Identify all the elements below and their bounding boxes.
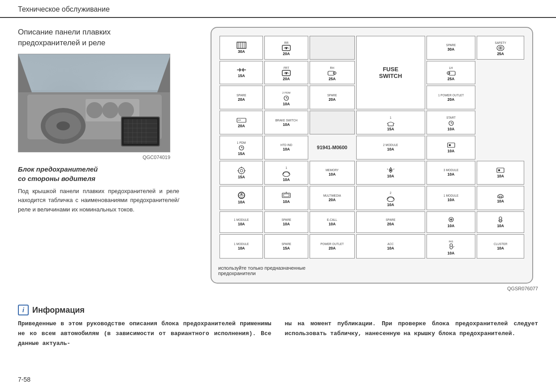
page-number: 7-58 — [18, 376, 30, 383]
right-column: 30A RR 20A FUSE SWITCH — [211, 27, 538, 291]
car-image — [18, 54, 170, 152]
fuse-cell: SAFETY 25A — [477, 36, 524, 60]
svg-point-4 — [56, 121, 70, 130]
fuse-cell: 1 10A — [427, 211, 476, 233]
svg-point-35 — [285, 73, 287, 74]
svg-rect-60 — [497, 168, 504, 172]
fuse-cell: MULTIMEDIA 20A — [310, 186, 355, 210]
fuse-cell-htd-ind: HTD IND 10A — [264, 136, 308, 159]
fuse-cell: SPARE 15A — [264, 234, 308, 258]
fuse-row-4: 20A BRAKE SWITCH 10A 1 — [220, 111, 524, 134]
fuse-cell: 10A — [477, 161, 524, 185]
fuse-cell: BRAKE SWITCH 10A — [264, 111, 308, 134]
fuse-cell: INS 10A — [427, 234, 476, 258]
svg-rect-13 — [124, 119, 157, 144]
box-title: Блок предохранителей со стороны водителя — [18, 164, 197, 183]
svg-point-73 — [499, 217, 502, 220]
svg-point-33 — [500, 47, 501, 49]
fuse-switch-cell: FUSE SWITCH — [356, 36, 425, 109]
header-title: Техническое обслуживание — [18, 5, 110, 13]
svg-point-43 — [240, 120, 241, 121]
fuse-cell: 30A — [220, 36, 263, 60]
description-text: Под крышкой панели плавких предохранител… — [18, 187, 179, 215]
fuse-cell-empty-2 — [310, 111, 355, 134]
fuse-cell: 2 PDM 10A — [264, 86, 308, 109]
info-text-right: ны на момент публикации. При проверке бл… — [285, 319, 539, 349]
fuse-note: используйте только предназначенные предо… — [218, 263, 526, 276]
svg-line-58 — [387, 169, 388, 169]
svg-point-54 — [240, 169, 243, 172]
fuse-row-5: 1 PDM 15A HTD IND 10A 91941-M0600 — [220, 136, 524, 159]
info-icon: i — [18, 305, 29, 315]
svg-point-59 — [390, 169, 392, 171]
fuse-cell: 2 10A — [356, 186, 425, 210]
section-title: Описание панели плавких предохранителей … — [18, 27, 197, 48]
car-interior-svg — [18, 54, 170, 152]
svg-line-76 — [453, 246, 454, 247]
car-image-code: QGC074019 — [18, 155, 170, 160]
fuse-cell: 10A — [427, 136, 476, 159]
info-title: Информация — [32, 306, 85, 315]
fuse-cell: RH 25A — [310, 61, 355, 85]
part-number: 91941-M0600 — [310, 136, 355, 159]
fuse-cell: 1 10A — [264, 161, 308, 185]
svg-point-7 — [102, 102, 118, 118]
fuse-cell: 1 MODULE 10A — [427, 186, 476, 210]
svg-point-37 — [333, 72, 336, 74]
fuse-cell: POWER OUTLET 20A — [310, 234, 355, 258]
fuse-row-6: 15A 1 10A MEMORY — [220, 161, 524, 185]
svg-point-6 — [86, 102, 103, 118]
fuse-cell: LH 25A — [427, 61, 476, 85]
info-section: i Информация Приведенные в этом руководс… — [0, 300, 556, 358]
fuse-cell: 10A — [220, 186, 263, 210]
fuse-row-7: 10A 10A MULTIMEDIA 20A — [220, 186, 524, 210]
fuse-cell: 15A — [220, 61, 263, 85]
fuse-cell: 1 15A — [356, 111, 425, 134]
svg-point-39 — [447, 72, 450, 74]
info-text-left: Приведенные в этом руководстве описания … — [18, 319, 272, 349]
fuse-cell: 1 POWER OUTLET 20A — [427, 86, 476, 109]
fuse-cell-empty — [310, 36, 355, 60]
main-content: Описание панели плавких предохранителей … — [0, 18, 556, 300]
fuse-diagram: 30A RR 20A FUSE SWITCH — [211, 27, 533, 284]
fuse-cell: SPARE 20A — [220, 86, 263, 109]
fuse-cell: ACC 10A — [356, 234, 425, 258]
svg-point-8 — [118, 102, 134, 118]
fuse-table: 30A RR 20A FUSE SWITCH — [218, 34, 526, 260]
fuse-cell: FRT 20A — [264, 61, 308, 85]
fuse-row-9: 1 MODULE 10A SPARE 15A P — [220, 234, 524, 258]
fuse-cell: SPARE 20A — [356, 211, 425, 233]
fuse-cell: 10A — [477, 186, 524, 210]
fuse-cell: 10A — [356, 161, 425, 185]
fuse-cell: 10A — [477, 211, 524, 233]
fuse-cell: 20A — [220, 111, 263, 134]
svg-rect-61 — [498, 169, 500, 171]
svg-point-30 — [285, 47, 287, 49]
svg-rect-47 — [448, 143, 455, 147]
fuse-cell: SPARE 30A — [427, 36, 476, 60]
fuse-cell: 1 MODULE 10A — [220, 211, 263, 233]
svg-rect-67 — [284, 194, 289, 197]
info-header: i Информация — [18, 305, 538, 315]
fuse-cell: 2 MODULE 10A — [356, 136, 425, 159]
svg-rect-9 — [18, 54, 170, 92]
svg-rect-48 — [449, 144, 451, 146]
svg-rect-41 — [237, 118, 246, 122]
svg-line-57 — [393, 169, 394, 169]
header: Техническое обслуживание — [0, 0, 556, 18]
fuse-row-8: 1 MODULE 10A SPARE 10A E — [220, 211, 524, 233]
fuse-cell: 10A — [264, 186, 308, 210]
fuse-cell: E-CALL 10A — [310, 211, 355, 233]
svg-text:1: 1 — [450, 218, 452, 220]
fuse-cell: 15A — [220, 161, 263, 185]
fuse-cell: SPARE 10A — [264, 211, 308, 233]
fuse-cell: RR 20A — [264, 36, 308, 60]
fuse-cell: 1 MODULE 10A — [220, 234, 263, 258]
fuse-cell: 3 MODULE 10A — [427, 161, 476, 185]
diagram-image-code: QGSR076077 — [211, 286, 538, 291]
svg-point-49 — [238, 168, 245, 174]
fuse-cell: CLUSTER 10A — [477, 234, 524, 258]
svg-rect-24 — [237, 42, 246, 48]
fuse-cell: MEMORY 10A — [310, 161, 355, 185]
fuse-cell: SPARE 20A — [310, 86, 355, 109]
